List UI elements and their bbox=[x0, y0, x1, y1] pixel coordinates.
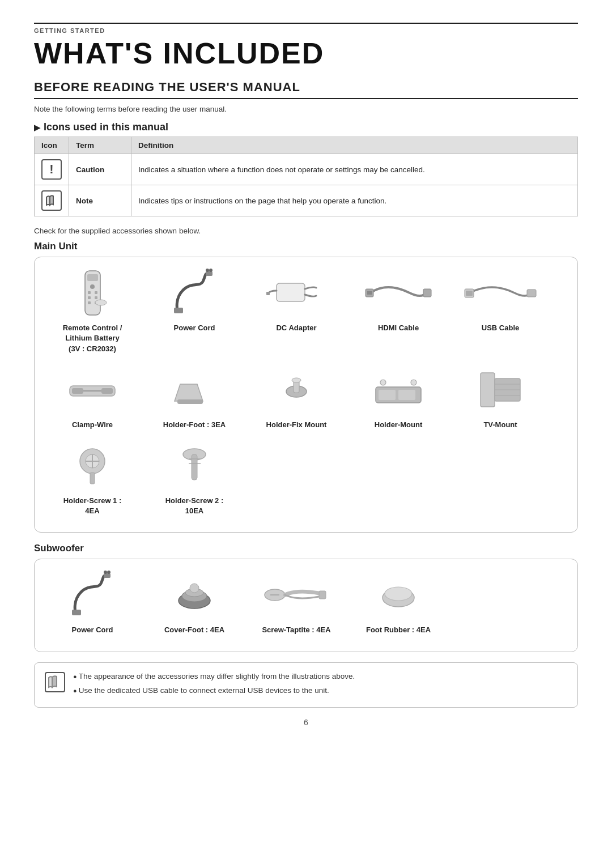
list-item: Power Cord bbox=[41, 569, 143, 635]
clamp-wire-image bbox=[56, 364, 129, 415]
table-row: ! Caution Indicates a situation where a … bbox=[35, 154, 578, 185]
svg-point-33 bbox=[411, 380, 416, 385]
icons-table: Icon Term Definition ! Caution Indicates… bbox=[34, 137, 578, 216]
subwoofer-grid: Power Cord Cover-Foot : 4EA bbox=[41, 569, 571, 645]
svg-rect-58 bbox=[319, 591, 326, 599]
note-text: Note the following terms before reading … bbox=[34, 105, 578, 113]
col-term: Term bbox=[69, 137, 131, 154]
svg-rect-43 bbox=[90, 473, 95, 484]
bottom-note-item: The appearance of the accessories may di… bbox=[73, 671, 355, 682]
col-definition: Definition bbox=[131, 137, 578, 154]
caution-definition: Indicates a situation where a function d… bbox=[131, 154, 578, 185]
list-item: HDMI Cable bbox=[347, 267, 449, 354]
screw-taptite-image bbox=[260, 569, 333, 620]
foot-rubber-image bbox=[362, 569, 435, 620]
main-unit-grid: Remote Control /Lithium Battery(3V : CR2… bbox=[41, 267, 571, 526]
list-item: Foot Rubber : 4EA bbox=[347, 569, 449, 635]
svg-rect-17 bbox=[423, 289, 431, 297]
remote-label: Remote Control /Lithium Battery(3V : CR2… bbox=[63, 323, 122, 354]
caution-term: Caution bbox=[69, 154, 131, 185]
svg-rect-19 bbox=[466, 291, 473, 296]
holder-fix-image bbox=[260, 364, 333, 415]
svg-point-9 bbox=[95, 300, 107, 305]
list-item: Holder-Screw 1 :4EA bbox=[41, 440, 143, 516]
holder-screw2-image bbox=[158, 440, 231, 491]
list-item: Holder-Foot : 3EA bbox=[143, 364, 245, 430]
bottom-note: The appearance of the accessories may di… bbox=[34, 662, 578, 708]
holder-foot-image bbox=[158, 364, 231, 415]
svg-point-32 bbox=[380, 380, 386, 385]
usb-cable-label: USB Cable bbox=[482, 323, 519, 333]
section-heading: BEFORE READING THE USER'S MANUAL bbox=[34, 80, 578, 99]
page-number: 6 bbox=[34, 718, 578, 727]
svg-rect-7 bbox=[88, 301, 91, 304]
svg-point-11 bbox=[206, 269, 209, 272]
usb-cable-image bbox=[464, 267, 537, 318]
table-row: Note Indicates tips or instructions on t… bbox=[35, 185, 578, 216]
svg-rect-3 bbox=[88, 291, 91, 294]
hdmi-cable-label: HDMI Cable bbox=[378, 323, 419, 333]
svg-point-55 bbox=[190, 584, 199, 593]
note-icon-bottom bbox=[45, 672, 65, 692]
holder-screw1-label: Holder-Screw 1 :4EA bbox=[63, 496, 122, 516]
subwoofer-box: Power Cord Cover-Foot : 4EA bbox=[34, 559, 578, 652]
svg-rect-22 bbox=[72, 388, 83, 394]
svg-rect-13 bbox=[174, 308, 183, 313]
power-cord-sub-label: Power Cord bbox=[72, 625, 113, 635]
note-icon bbox=[41, 190, 62, 211]
note-icon-glyph bbox=[45, 672, 65, 692]
svg-point-50 bbox=[107, 571, 110, 574]
list-item: Holder-Fix Mount bbox=[245, 364, 347, 430]
svg-rect-1 bbox=[87, 274, 98, 281]
list-item: Power Cord bbox=[143, 267, 245, 354]
icons-subtitle: Icons used in this manual bbox=[34, 121, 578, 133]
list-item: TV-Mount bbox=[449, 364, 551, 430]
check-text: Check for the supplied accessories shown… bbox=[34, 227, 578, 235]
svg-rect-15 bbox=[266, 292, 270, 295]
note-icon-cell bbox=[35, 185, 69, 216]
svg-point-12 bbox=[209, 269, 212, 272]
bottom-note-item: Use the dedicated USB cable to connect e… bbox=[73, 685, 355, 696]
svg-point-28 bbox=[292, 378, 301, 382]
svg-rect-48 bbox=[104, 573, 110, 578]
remote-image bbox=[56, 267, 129, 318]
list-item: Screw-Taptite : 4EA bbox=[245, 569, 347, 635]
svg-rect-31 bbox=[398, 390, 415, 400]
note-term: Note bbox=[69, 185, 131, 216]
clamp-wire-label: Clamp-Wire bbox=[72, 420, 113, 430]
svg-rect-5 bbox=[88, 296, 91, 299]
svg-point-49 bbox=[104, 571, 107, 574]
holder-foot-label: Holder-Foot : 3EA bbox=[163, 420, 226, 430]
holder-fix-label: Holder-Fix Mount bbox=[266, 420, 327, 430]
note-definition: Indicates tips or instructions on the pa… bbox=[131, 185, 578, 216]
svg-rect-20 bbox=[527, 290, 536, 297]
cover-foot-image bbox=[158, 569, 231, 620]
list-item: Clamp-Wire bbox=[41, 364, 143, 430]
svg-point-2 bbox=[90, 284, 95, 289]
svg-rect-6 bbox=[95, 296, 97, 299]
dc-adapter-label: DC Adapter bbox=[276, 323, 316, 333]
svg-rect-34 bbox=[481, 373, 495, 407]
list-item: USB Cable bbox=[449, 267, 551, 354]
svg-rect-10 bbox=[206, 271, 212, 276]
foot-rubber-label: Foot Rubber : 4EA bbox=[366, 625, 431, 635]
main-unit-box: Remote Control /Lithium Battery(3V : CR2… bbox=[34, 257, 578, 533]
holder-mount-label: Holder-Mount bbox=[375, 420, 422, 430]
getting-started-label: GETTING STARTED bbox=[34, 23, 578, 34]
screw-taptite-label: Screw-Taptite : 4EA bbox=[262, 625, 330, 635]
list-item: Remote Control /Lithium Battery(3V : CR2… bbox=[41, 267, 143, 354]
svg-rect-14 bbox=[277, 283, 305, 301]
tv-mount-label: TV-Mount bbox=[483, 420, 517, 430]
tv-mount-image bbox=[464, 364, 537, 415]
list-item: Holder-Mount bbox=[347, 364, 449, 430]
list-item: Holder-Screw 2 :10EA bbox=[143, 440, 245, 516]
svg-rect-30 bbox=[379, 390, 396, 400]
col-icon: Icon bbox=[35, 137, 69, 154]
holder-mount-image bbox=[362, 364, 435, 415]
power-cord-image bbox=[158, 267, 231, 318]
caution-icon: ! bbox=[41, 159, 62, 180]
holder-screw1-image bbox=[56, 440, 129, 491]
main-unit-title: Main Unit bbox=[34, 241, 578, 252]
caution-icon-cell: ! bbox=[35, 154, 69, 185]
svg-rect-25 bbox=[177, 399, 203, 404]
